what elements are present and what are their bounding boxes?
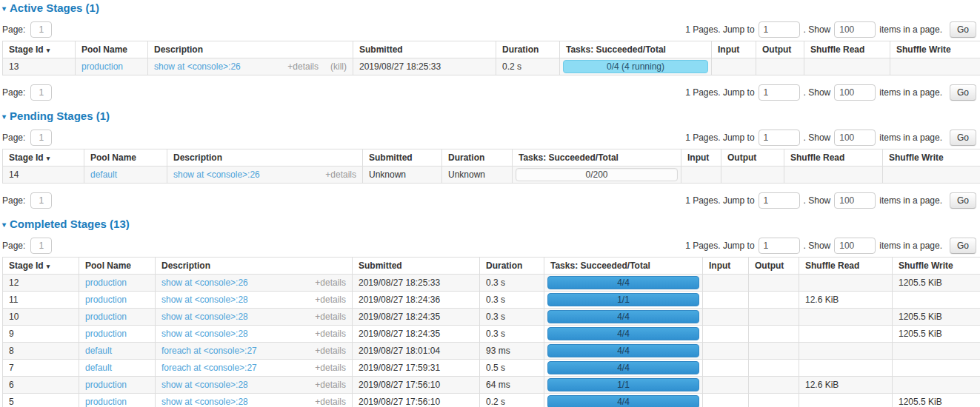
page-number-input[interactable] [30, 130, 52, 146]
tasks-progress-track: 4/4 [547, 395, 699, 407]
column-header-duration[interactable]: Duration [442, 149, 513, 166]
details-toggle[interactable]: +details [315, 329, 346, 339]
column-header-description[interactable]: Description [156, 258, 353, 275]
column-header-tasks-succeeded-total[interactable]: Tasks: Succeeded/Total [560, 41, 712, 58]
column-header-output[interactable]: Output [749, 258, 799, 275]
column-header-label: Description [173, 152, 222, 163]
duration-cell: 0.3 s [480, 326, 544, 343]
column-header-stage-id[interactable]: Stage Id▾ [3, 149, 84, 166]
pool-name-link[interactable]: production [85, 312, 127, 322]
column-header-stage-id[interactable]: Stage Id▾ [3, 258, 79, 275]
stage-description-link[interactable]: show at <console>:28 [161, 329, 248, 339]
pool-name-link[interactable]: default [90, 169, 117, 180]
stage-description-link[interactable]: show at <console>:26 [173, 169, 260, 180]
go-button[interactable]: Go [950, 130, 976, 146]
go-button[interactable]: Go [950, 238, 976, 254]
pager-controls: 1 Pages. Jump to. Showitems in a page.Go [685, 130, 976, 146]
pool-name-link[interactable]: production [85, 397, 127, 407]
stage-description-link[interactable]: show at <console>:28 [161, 380, 248, 390]
column-header-pool-name[interactable]: Pool Name [84, 149, 167, 166]
page-size-input[interactable] [834, 238, 876, 254]
shuffle-write-cell [893, 343, 980, 360]
kill-link[interactable]: (kill) [330, 61, 347, 72]
column-header-label: Tasks: Succeeded/Total [566, 44, 666, 55]
go-button[interactable]: Go [950, 84, 976, 101]
submitted-cell: 2019/08/27 18:25:33 [353, 58, 496, 75]
column-header-duration[interactable]: Duration [480, 258, 544, 275]
page-size-input[interactable] [834, 21, 876, 38]
pool-name-cell: production [79, 309, 156, 326]
jump-to-page-input[interactable] [759, 238, 800, 254]
column-header-input[interactable]: Input [703, 258, 749, 275]
column-header-submitted[interactable]: Submitted [363, 149, 442, 166]
column-header-pool-name[interactable]: Pool Name [79, 258, 156, 275]
column-header-tasks-succeeded-total[interactable]: Tasks: Succeeded/Total [544, 258, 703, 275]
pool-name-link[interactable]: production [85, 295, 127, 305]
pool-name-link[interactable]: production [85, 329, 127, 339]
page-group: Page: [2, 238, 52, 254]
section-header-active[interactable]: ▾Active Stages (1) [2, 1, 976, 14]
details-toggle[interactable]: +details [325, 169, 356, 180]
column-header-tasks-succeeded-total[interactable]: Tasks: Succeeded/Total [513, 149, 681, 166]
go-button[interactable]: Go [950, 21, 976, 38]
pool-name-link[interactable]: production [85, 380, 127, 390]
pool-name-link[interactable]: production [81, 61, 123, 72]
jump-to-page-input[interactable] [759, 84, 800, 101]
column-header-shuffle-write[interactable]: Shuffle Write [883, 149, 980, 166]
stage-description-link[interactable]: show at <console>:28 [161, 312, 248, 322]
header-row: Stage Id▾Pool NameDescriptionSubmittedDu… [3, 41, 980, 58]
details-toggle[interactable]: +details [315, 397, 346, 407]
column-header-submitted[interactable]: Submitted [353, 258, 480, 275]
column-header-pool-name[interactable]: Pool Name [76, 41, 148, 58]
details-toggle[interactable]: +details [315, 278, 346, 288]
stage-description-link[interactable]: foreach at <console>:27 [161, 346, 257, 356]
column-header-output[interactable]: Output [756, 41, 804, 58]
column-header-shuffle-read[interactable]: Shuffle Read [799, 258, 893, 275]
column-header-shuffle-read[interactable]: Shuffle Read [804, 41, 890, 58]
column-header-input[interactable]: Input [712, 41, 756, 58]
jump-to-page-input[interactable] [759, 192, 800, 209]
stage-description-link[interactable]: show at <console>:28 [161, 397, 248, 407]
output-cell [749, 309, 799, 326]
column-header-shuffle-write[interactable]: Shuffle Write [893, 258, 980, 275]
section-header-completed[interactable]: ▾Completed Stages (13) [2, 218, 976, 230]
column-header-description[interactable]: Description [167, 149, 363, 166]
column-header-label: Output [762, 44, 791, 55]
page-size-input[interactable] [834, 192, 876, 209]
duration-cell: 0.2 s [496, 58, 560, 75]
pool-name-link[interactable]: production [85, 278, 127, 288]
pool-name-link[interactable]: default [85, 363, 112, 373]
pool-name-link[interactable]: default [85, 346, 112, 356]
stage-description-link[interactable]: show at <console>:28 [161, 295, 248, 305]
page-number-input[interactable] [30, 238, 52, 254]
column-header-stage-id[interactable]: Stage Id▾ [3, 41, 76, 58]
column-header-description[interactable]: Description [148, 41, 353, 58]
column-header-submitted[interactable]: Submitted [353, 41, 496, 58]
details-toggle[interactable]: +details [315, 380, 346, 390]
column-header-shuffle-write[interactable]: Shuffle Write [890, 41, 980, 58]
page-number-input[interactable] [30, 21, 52, 38]
details-toggle[interactable]: +details [315, 295, 346, 305]
jump-to-page-input[interactable] [759, 130, 800, 146]
details-toggle[interactable]: +details [315, 363, 346, 373]
section-header-pending[interactable]: ▾Pending Stages (1) [2, 110, 976, 122]
stage-description-link[interactable]: foreach at <console>:27 [161, 363, 257, 373]
stage-description-link[interactable]: show at <console>:26 [161, 278, 248, 288]
column-header-duration[interactable]: Duration [496, 41, 560, 58]
page-size-input[interactable] [834, 130, 876, 146]
collapse-arrow-icon: ▾ [2, 4, 6, 13]
column-header-output[interactable]: Output [721, 149, 784, 166]
stage-description-link[interactable]: show at <console>:26 [154, 61, 241, 72]
description-cell: show at <console>:26+details [156, 275, 353, 292]
details-toggle[interactable]: +details [287, 61, 319, 72]
details-toggle[interactable]: +details [315, 312, 346, 322]
details-toggle[interactable]: +details [315, 346, 346, 356]
page-number-input[interactable] [30, 192, 52, 209]
jump-to-page-input[interactable] [759, 21, 800, 38]
column-header-input[interactable]: Input [681, 149, 721, 166]
go-button[interactable]: Go [950, 192, 976, 209]
header-row: Stage Id▾Pool NameDescriptionSubmittedDu… [3, 258, 980, 275]
page-size-input[interactable] [834, 84, 876, 101]
page-number-input[interactable] [30, 84, 52, 101]
column-header-shuffle-read[interactable]: Shuffle Read [784, 149, 883, 166]
